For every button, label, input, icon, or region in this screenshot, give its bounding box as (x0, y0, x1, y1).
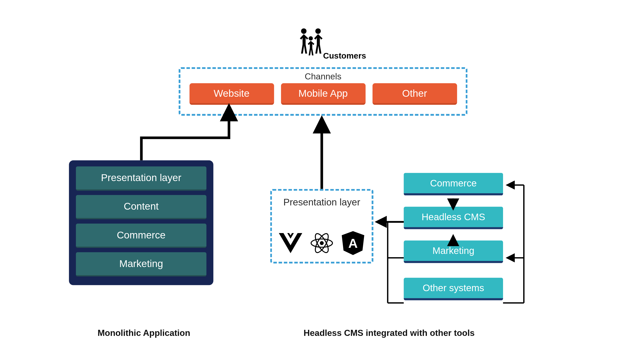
svg-text:A: A (348, 236, 358, 251)
presentation-layer-container: Presentation layer (270, 189, 373, 264)
headless-box-headless-cms: Headless CMS (404, 206, 503, 229)
mono-layer-commerce: Commerce (76, 224, 206, 248)
svg-point-6 (320, 241, 324, 245)
framework-icons-row: A (278, 230, 366, 256)
channel-mobile-app: Mobile App (281, 83, 366, 105)
customers-label: Customers (323, 51, 366, 61)
headless-box-other-systems: Other systems (404, 278, 503, 300)
mono-layer-presentation: Presentation layer (76, 166, 206, 191)
headless-caption: Headless CMS integrated with other tools (303, 328, 475, 338)
presentation-layer-title: Presentation layer (283, 197, 360, 208)
svg-point-1 (315, 28, 321, 34)
monolithic-caption: Monolithic Application (98, 328, 190, 338)
headless-stack: Commerce Headless CMS Marketing Other sy… (404, 173, 503, 300)
channels-row: Website Mobile App Other (188, 83, 458, 105)
channels-container: Channels Website Mobile App Other (179, 67, 467, 116)
mono-layer-marketing: Marketing (76, 252, 206, 277)
headless-box-commerce: Commerce (404, 173, 503, 195)
svg-point-0 (301, 28, 306, 34)
monolithic-container: Presentation layer Content Commerce Mark… (69, 160, 213, 285)
headless-box-marketing: Marketing (404, 240, 503, 263)
channels-title: Channels (305, 72, 341, 82)
mono-layer-content: Content (76, 195, 206, 220)
svg-point-2 (309, 36, 313, 40)
vue-icon (278, 230, 303, 256)
angular-icon: A (340, 230, 366, 256)
arrow-monolithic-to-website (141, 108, 229, 160)
people-icon (296, 27, 327, 58)
channel-other: Other (372, 83, 457, 105)
channel-website: Website (189, 83, 274, 105)
react-icon (309, 230, 334, 256)
customers-icon-group (296, 27, 327, 58)
